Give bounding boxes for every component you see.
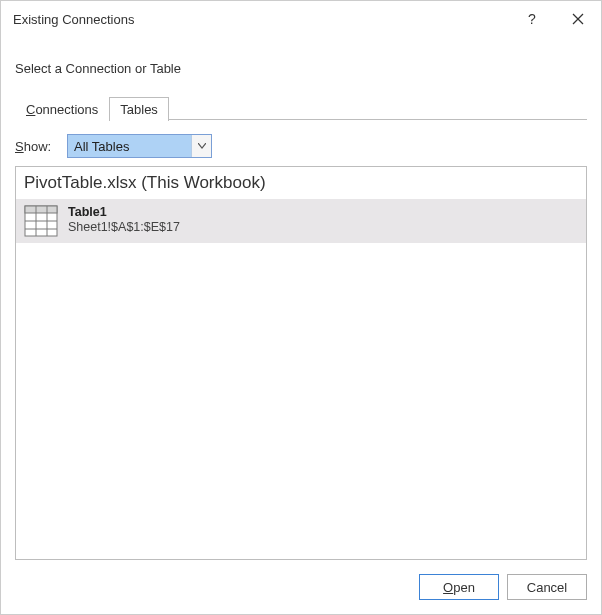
show-row: Show: All Tables [15,134,587,158]
list-group-header: PivotTable.xlsx (This Workbook) [16,167,586,199]
cancel-button[interactable]: Cancel [507,574,587,600]
tab-connections-accel: C [26,102,35,117]
show-label-accel: S [15,139,24,154]
show-combobox-value: All Tables [68,135,191,157]
dialog-content: Select a Connection or Table Connections… [1,37,601,560]
show-combobox[interactable]: All Tables [67,134,212,158]
existing-connections-dialog: Existing Connections ? Select a Connecti… [0,0,602,615]
close-button[interactable] [555,1,601,37]
instruction-text: Select a Connection or Table [15,61,587,76]
tab-tables-label: Tables [120,102,158,117]
tables-listbox[interactable]: PivotTable.xlsx (This Workbook) Table1 S… [15,166,587,560]
dialog-footer: Open Cancel [1,560,601,614]
tab-bar: Connections Tables [15,94,587,120]
list-item[interactable]: Table1 Sheet1!$A$1:$E$17 [16,199,586,243]
open-button[interactable]: Open [419,574,499,600]
open-button-rest: pen [453,580,475,595]
help-button[interactable]: ? [509,1,555,37]
chevron-down-icon [198,143,206,149]
show-label: Show: [15,139,67,154]
show-combobox-arrow[interactable] [191,135,211,157]
cancel-button-label: Cancel [527,580,567,595]
close-icon [572,13,584,25]
open-button-accel: O [443,580,453,595]
dialog-title: Existing Connections [13,12,509,27]
show-label-rest: how: [24,139,51,154]
svg-rect-3 [25,206,57,213]
tab-connections[interactable]: Connections [15,97,109,121]
list-item-title: Table1 [68,205,180,219]
table-icon [24,205,58,237]
list-item-text: Table1 Sheet1!$A$1:$E$17 [68,205,180,234]
tab-tables[interactable]: Tables [109,97,169,121]
tab-connections-rest: onnections [35,102,98,117]
list-item-subtitle: Sheet1!$A$1:$E$17 [68,220,180,234]
titlebar: Existing Connections ? [1,1,601,37]
